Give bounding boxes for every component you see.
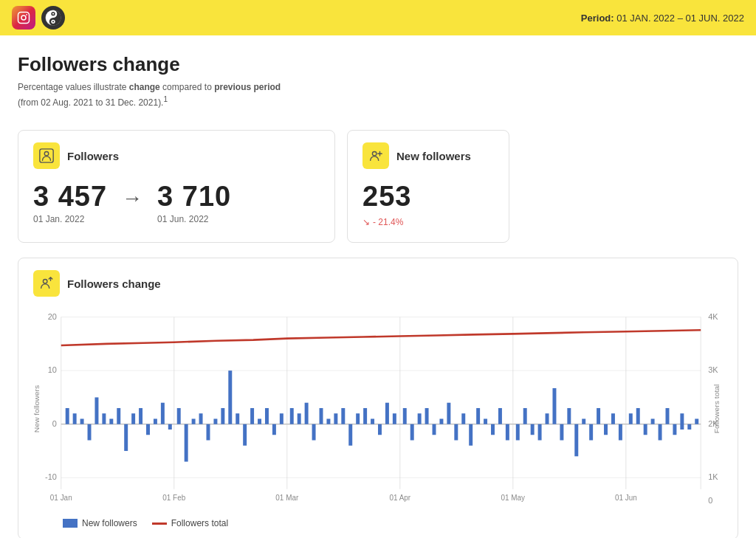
svg-text:1K: 1K bbox=[708, 472, 718, 481]
page-title: Followers change bbox=[18, 53, 738, 76]
chart-container: 20 10 0 -10 4K 3K 2K 1K 0 New followers … bbox=[33, 306, 723, 512]
trend-value: - 21.4% bbox=[373, 217, 403, 227]
svg-rect-91 bbox=[439, 418, 443, 424]
svg-point-11 bbox=[43, 280, 47, 284]
footnote: 1 bbox=[163, 95, 168, 103]
yin-yang-icon bbox=[41, 6, 65, 30]
followers-end-date: 01 Jun. 2022 bbox=[157, 214, 231, 224]
chart-icon bbox=[33, 270, 60, 297]
svg-rect-115 bbox=[619, 424, 622, 441]
svg-rect-42 bbox=[73, 413, 77, 424]
new-followers-icon bbox=[362, 142, 389, 169]
svg-rect-45 bbox=[94, 397, 98, 424]
svg-text:-10: -10 bbox=[45, 472, 57, 481]
svg-rect-43 bbox=[80, 418, 84, 424]
svg-rect-59 bbox=[199, 413, 203, 424]
svg-rect-75 bbox=[320, 408, 323, 424]
svg-rect-109 bbox=[574, 424, 578, 457]
svg-rect-47 bbox=[109, 418, 113, 424]
svg-rect-55 bbox=[168, 424, 172, 430]
svg-rect-99 bbox=[498, 408, 502, 424]
svg-rect-95 bbox=[469, 424, 472, 446]
svg-rect-0 bbox=[18, 13, 30, 24]
new-followers-card-header: New followers bbox=[362, 142, 494, 169]
svg-rect-84 bbox=[385, 403, 389, 424]
svg-rect-74 bbox=[312, 424, 316, 441]
subtitle-bold2: previous period bbox=[214, 82, 281, 92]
svg-rect-100 bbox=[506, 424, 509, 441]
svg-rect-61 bbox=[213, 418, 217, 424]
followers-start-date: 01 Jan. 2022 bbox=[33, 214, 107, 224]
svg-text:01 Apr: 01 Apr bbox=[389, 494, 410, 502]
trend-row: ↘ - 21.4% bbox=[362, 217, 494, 227]
instagram-icon bbox=[12, 6, 35, 30]
svg-rect-92 bbox=[447, 403, 450, 424]
svg-text:0: 0 bbox=[708, 495, 712, 504]
svg-rect-113 bbox=[604, 424, 608, 435]
svg-rect-90 bbox=[433, 424, 436, 435]
svg-rect-103 bbox=[531, 424, 535, 435]
svg-rect-78 bbox=[341, 408, 345, 424]
followers-card: Followers 3 457 01 Jan. 2022 → 3 710 01 … bbox=[18, 130, 335, 243]
svg-rect-56 bbox=[177, 408, 181, 424]
followers-card-title: Followers bbox=[67, 150, 119, 162]
new-followers-value: 253 bbox=[362, 181, 494, 213]
svg-rect-79 bbox=[348, 424, 352, 446]
svg-rect-46 bbox=[102, 413, 106, 424]
svg-rect-67 bbox=[258, 418, 261, 424]
svg-rect-121 bbox=[665, 408, 669, 424]
svg-rect-116 bbox=[629, 413, 633, 424]
svg-rect-77 bbox=[334, 413, 337, 424]
svg-text:01 Mar: 01 Mar bbox=[275, 494, 298, 502]
svg-rect-108 bbox=[567, 408, 571, 424]
svg-rect-53 bbox=[154, 418, 157, 424]
legend-line-color bbox=[152, 523, 167, 525]
svg-rect-51 bbox=[139, 408, 142, 424]
svg-rect-114 bbox=[611, 413, 615, 424]
followers-card-header: Followers bbox=[33, 142, 320, 169]
svg-rect-119 bbox=[651, 418, 655, 424]
svg-text:01 Jun: 01 Jun bbox=[615, 494, 637, 502]
followers-end-value: 3 710 bbox=[157, 181, 231, 213]
subtitle-text3: (from 02 Aug. 2021 to 31 Dec. 2021). bbox=[18, 97, 163, 108]
page: Period: 01 JAN. 2022 – 01 JUN. 2022 Foll… bbox=[0, 0, 756, 538]
svg-text:01 May: 01 May bbox=[501, 494, 526, 502]
svg-point-6 bbox=[52, 13, 54, 15]
svg-rect-68 bbox=[265, 408, 269, 424]
header: Period: 01 JAN. 2022 – 01 JUN. 2022 bbox=[0, 0, 756, 35]
svg-point-7 bbox=[52, 21, 54, 22]
svg-rect-52 bbox=[146, 424, 150, 435]
svg-rect-63 bbox=[228, 370, 232, 424]
svg-rect-122 bbox=[673, 424, 676, 435]
subtitle-text2: compared to bbox=[162, 82, 214, 92]
svg-rect-96 bbox=[476, 408, 480, 424]
followers-end: 3 710 01 Jun. 2022 bbox=[157, 181, 231, 224]
header-period: Period: 01 JAN. 2022 – 01 JUN. 2022 bbox=[581, 13, 744, 24]
svg-text:0: 0 bbox=[52, 419, 57, 428]
svg-rect-50 bbox=[131, 413, 135, 424]
subtitle-bold1: change bbox=[129, 82, 160, 92]
svg-rect-105 bbox=[546, 413, 549, 424]
svg-rect-83 bbox=[378, 424, 382, 435]
chart-svg: 20 10 0 -10 4K 3K 2K 1K 0 New followers … bbox=[33, 306, 723, 512]
svg-rect-57 bbox=[185, 424, 188, 462]
svg-text:New followers: New followers bbox=[33, 385, 41, 432]
svg-rect-69 bbox=[272, 424, 276, 435]
trend-down-icon: ↘ bbox=[362, 217, 370, 227]
svg-rect-73 bbox=[305, 403, 309, 424]
svg-rect-120 bbox=[659, 424, 662, 441]
chart-title: Followers change bbox=[67, 277, 161, 290]
svg-rect-44 bbox=[88, 424, 92, 441]
svg-rect-112 bbox=[597, 408, 600, 424]
new-followers-stat: 253 ↘ - 21.4% bbox=[362, 181, 494, 227]
svg-rect-64 bbox=[236, 413, 239, 424]
svg-rect-123 bbox=[680, 413, 684, 430]
legend-line-label: Followers total bbox=[171, 518, 228, 528]
svg-rect-87 bbox=[410, 424, 414, 441]
svg-rect-71 bbox=[290, 408, 294, 424]
svg-rect-125 bbox=[695, 418, 698, 424]
svg-rect-107 bbox=[560, 424, 563, 441]
chart-card-header: Followers change bbox=[33, 270, 723, 297]
followers-card-body: 3 457 01 Jan. 2022 → 3 710 01 Jun. 2022 bbox=[33, 181, 320, 224]
followers-icon bbox=[33, 142, 60, 169]
